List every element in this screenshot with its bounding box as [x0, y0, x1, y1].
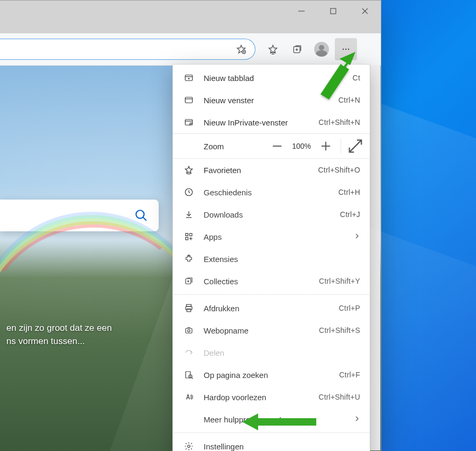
fullscreen-button[interactable] — [341, 139, 364, 154]
menu-more-tools[interactable]: Meer hulpprogramma's — [173, 408, 370, 430]
find-icon — [184, 370, 194, 380]
svg-rect-44 — [187, 304, 191, 306]
menu-separator — [173, 294, 370, 295]
annotation-arrow-to-settings — [242, 411, 316, 432]
menu-collections[interactable]: Collecties Ctrl+Shift+Y — [173, 270, 370, 292]
close-button[interactable] — [349, 1, 381, 22]
svg-rect-41 — [186, 279, 191, 284]
zoom-value: 100% — [292, 142, 311, 150]
menu-new-window[interactable]: Nieuw venster Ctrl+N — [173, 89, 370, 111]
minimize-icon — [298, 7, 305, 15]
zoom-in-button[interactable] — [318, 139, 333, 154]
apps-icon — [184, 232, 194, 241]
menu-label: Nieuw tabblad — [204, 74, 343, 83]
svg-point-17 — [136, 210, 144, 218]
svg-rect-47 — [186, 328, 192, 333]
menu-label: Collecties — [204, 277, 309, 286]
menu-label: Extensies — [204, 255, 360, 264]
svg-line-51 — [191, 377, 193, 378]
bing-search-box[interactable] — [0, 200, 159, 231]
menu-settings[interactable]: Instellingen — [173, 435, 370, 451]
menu-shortcut: Ct — [353, 74, 360, 82]
menu-label: Webopname — [204, 326, 309, 335]
svg-rect-23 — [185, 97, 193, 103]
svg-rect-49 — [186, 372, 190, 378]
menu-zoom-row: Zoom 100% — [173, 133, 370, 159]
menu-label: Instellingen — [204, 442, 360, 451]
menu-apps[interactable]: Apps — [173, 226, 370, 248]
search-icon — [134, 209, 148, 222]
menu-favorites[interactable]: Favorieten Ctrl+Shift+O — [173, 159, 370, 181]
minimize-button[interactable] — [286, 1, 317, 22]
menu-new-tab[interactable]: Nieuw tabblad Ct — [173, 67, 370, 89]
menu-shortcut: Ctrl+P — [339, 304, 361, 312]
more-icon — [341, 44, 351, 55]
collections-icon — [292, 44, 303, 55]
print-icon — [184, 303, 194, 313]
chevron-right-icon — [354, 232, 360, 241]
menu-shortcut: Ctrl+Shift+S — [319, 326, 360, 335]
menu-label: Apps — [204, 232, 344, 241]
desktop-background: en zijn zo groot dat ze een ns vormen tu… — [0, 0, 476, 451]
menu-shortcut: Ctrl+N — [338, 96, 360, 104]
svg-point-15 — [345, 49, 347, 50]
caption-line: ns vormen tussen... — [6, 336, 85, 346]
menu-label: Nieuw venster — [204, 96, 329, 105]
history-icon — [184, 187, 194, 197]
menu-read-aloud[interactable]: Hardop voorlezen Ctrl+Shift+U — [173, 386, 370, 408]
address-bar[interactable] — [0, 39, 255, 60]
svg-point-14 — [343, 49, 344, 50]
inprivate-icon — [184, 118, 194, 127]
maximize-button[interactable] — [317, 1, 349, 22]
menu-label: Afdrukken — [204, 304, 329, 313]
menu-print[interactable]: Afdrukken Ctrl+P — [173, 297, 370, 319]
favorites-button[interactable] — [262, 38, 284, 60]
menu-label: Nieuw InPrivate-venster — [204, 118, 309, 127]
star-plus-icon — [236, 44, 246, 55]
menu-extensions[interactable]: Extensies — [173, 248, 370, 270]
menu-share: Delen — [173, 341, 370, 364]
chevron-right-icon — [354, 415, 360, 423]
menu-history[interactable]: Geschiedenis Ctrl+H — [173, 181, 370, 203]
svg-rect-45 — [186, 306, 192, 310]
menu-shortcut: Ctrl+F — [339, 371, 360, 379]
menu-downloads[interactable]: Downloads Ctrl+J — [173, 203, 370, 226]
menu-separator — [173, 432, 370, 433]
menu-new-inprivate[interactable]: Nieuw InPrivate-venster Ctrl+Shift+N — [173, 111, 370, 133]
svg-point-40 — [188, 255, 190, 257]
menu-label: Meer hulpprogramma's — [204, 415, 344, 424]
menu-label: Favorieten — [204, 166, 309, 175]
menu-web-capture[interactable]: Webopname Ctrl+Shift+S — [173, 319, 370, 341]
browser-toolbar — [0, 33, 381, 66]
zoom-out-button[interactable] — [270, 139, 285, 154]
vertical-scrollbar[interactable] — [370, 65, 380, 450]
add-favorite-button[interactable] — [234, 42, 249, 57]
svg-point-50 — [189, 375, 192, 378]
svg-point-48 — [188, 330, 190, 332]
star-icon — [184, 165, 194, 175]
minus-icon — [270, 139, 285, 154]
zoom-label: Zoom — [184, 142, 260, 151]
menu-shortcut: Ctrl+J — [340, 210, 360, 219]
collections-button[interactable] — [286, 38, 308, 60]
svg-rect-37 — [186, 238, 188, 240]
caption-line: en zijn zo groot dat ze een — [6, 323, 112, 333]
menu-shortcut: Ctrl+H — [338, 188, 360, 196]
settings-menu: Nieuw tabblad Ct Nieuw venster Ctrl+N Ni… — [172, 64, 370, 451]
menu-shortcut: Ctrl+Shift+O — [318, 166, 360, 174]
svg-marker-31 — [185, 166, 193, 173]
plus-icon — [318, 139, 333, 154]
titlebar — [0, 1, 381, 33]
svg-marker-8 — [269, 46, 277, 53]
settings-menu-button[interactable] — [335, 38, 357, 60]
menu-label: Downloads — [204, 210, 331, 219]
collections-icon — [184, 276, 194, 286]
menu-shortcut: Ctrl+Shift+N — [318, 118, 360, 127]
background-caption: en zijn zo groot dat ze een ns vormen tu… — [0, 320, 118, 350]
menu-find[interactable]: Op pagina zoeken Ctrl+F — [173, 364, 370, 386]
capture-icon — [184, 326, 194, 335]
close-icon — [361, 7, 369, 15]
profile-button[interactable] — [310, 38, 333, 60]
new-window-icon — [184, 95, 194, 105]
menu-label: Geschiedenis — [204, 188, 329, 197]
